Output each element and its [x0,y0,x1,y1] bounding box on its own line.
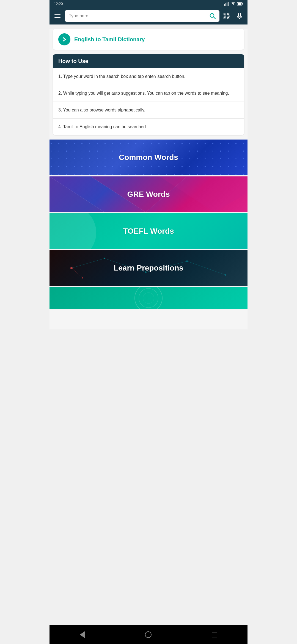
mic-icon [236,12,243,20]
main-content: English to Tamil Dictionary How to Use 1… [50,29,248,329]
toefl-words-label: TOEFL Words [123,227,174,236]
circle-overlay [50,213,96,249]
svg-rect-2 [227,2,227,6]
prepositions-label: Learn Prepositions [114,264,183,272]
svg-rect-16 [228,17,229,18]
how-to-item-3: 3. You can also browse words alphabetica… [53,102,244,119]
svg-rect-14 [228,13,229,15]
search-button[interactable] [210,13,216,19]
search-icon [210,13,216,19]
prepositions-banner[interactable]: Learn Prepositions [50,250,248,286]
scan-button[interactable] [222,11,232,21]
arrow-circle [58,33,70,45]
mic-button[interactable] [235,11,244,21]
signal-icon [224,2,229,6]
svg-rect-1 [226,3,226,6]
how-to-use-body: 1. Type your word in the search box and … [53,68,244,135]
common-words-label: Common Words [119,153,178,162]
svg-line-36 [72,268,82,278]
svg-marker-22 [160,176,248,212]
svg-rect-6 [243,3,243,4]
svg-rect-3 [228,2,229,6]
last-banner[interactable] [50,287,248,309]
banners-section: Common Words GRE Words TOEFL Words [50,140,248,309]
menu-button[interactable] [53,12,62,20]
status-bar: 12:20 [50,0,248,7]
scan-icon [223,12,230,20]
how-to-use-header: How to Use [53,54,244,68]
search-box[interactable] [65,10,219,22]
svg-line-32 [72,258,105,268]
svg-rect-13 [224,13,226,15]
how-to-use-card: How to Use 1. Type your word in the sear… [53,54,244,135]
svg-rect-5 [238,3,241,5]
svg-line-35 [187,261,226,275]
arrow-right-icon [62,37,67,42]
toolbar [50,7,248,24]
svg-line-8 [213,17,215,19]
toefl-words-banner[interactable]: TOEFL Words [50,213,248,249]
how-to-item-2: 2. While typing you will get auto sugges… [53,85,244,102]
svg-rect-0 [224,4,225,6]
nav-spacer [50,310,248,329]
how-to-item-4: 4. Tamil to English meaning can be searc… [53,119,244,135]
last-banner-overlay [50,287,248,309]
svg-point-38 [139,288,158,308]
toolbar-right [222,11,244,21]
dictionary-title: English to Tamil Dictionary [74,36,145,43]
svg-point-39 [143,293,154,304]
status-icons [224,2,243,6]
gre-words-banner[interactable]: GRE Words [50,176,248,212]
how-to-use-title: How to Use [58,58,88,64]
wifi-icon [231,2,235,6]
status-time: 12:20 [54,2,63,6]
svg-rect-17 [238,13,241,17]
common-words-banner[interactable]: Common Words [50,140,248,175]
how-to-item-1: 1. Type your word in the search box and … [53,68,244,85]
svg-rect-15 [224,17,226,18]
battery-icon [237,2,243,6]
search-input[interactable] [69,13,207,18]
gre-words-label: GRE Words [127,190,170,199]
dictionary-banner[interactable]: English to Tamil Dictionary [53,29,244,50]
